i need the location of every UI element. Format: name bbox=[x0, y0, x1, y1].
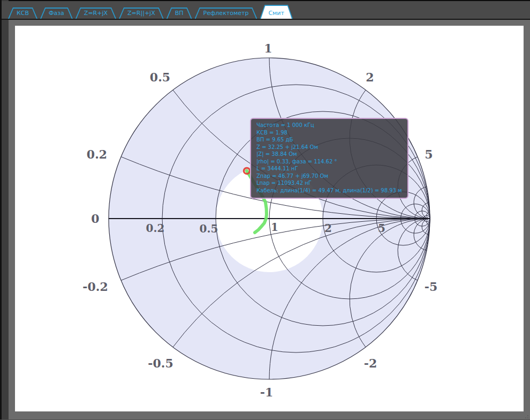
tab-label: Z=R+jX bbox=[75, 10, 116, 19]
tab-reflectometer[interactable]: Рефлектометр bbox=[195, 8, 258, 19]
chart-panel: 10.520.250-0.2-5-0.5-2-10.20.5125 Частот… bbox=[15, 26, 524, 411]
axis-label: 0.5 bbox=[200, 222, 218, 235]
tab-vp[interactable]: ВП bbox=[166, 8, 192, 19]
resize-grip[interactable] bbox=[523, 413, 528, 418]
tab-faza[interactable]: Фаза bbox=[40, 8, 73, 19]
tab-bar: КСВФазаZ=R+jXZ=R||+jXВПРефлектометрСмит bbox=[2, 1, 530, 20]
rim-label: 5 bbox=[425, 147, 433, 161]
rim-label: 2 bbox=[366, 70, 374, 84]
rim-label: 1 bbox=[264, 41, 272, 55]
axis-label: 0.2 bbox=[146, 222, 165, 235]
rim-label: 0.5 bbox=[150, 70, 170, 84]
tab-smith[interactable]: Смит bbox=[260, 5, 293, 19]
tab-z-series[interactable]: Z=R+jX bbox=[75, 8, 116, 19]
axis-label: 2 bbox=[324, 222, 332, 235]
tab-label: КСВ bbox=[8, 10, 37, 19]
rim-label: -1 bbox=[260, 385, 273, 399]
window-left-frame bbox=[2, 0, 9, 420]
rim-label: -5 bbox=[425, 280, 437, 294]
smith-chart[interactable]: 10.520.250-0.2-5-0.5-2-10.20.5125 bbox=[15, 26, 524, 411]
rim-label: -0.2 bbox=[82, 280, 108, 294]
rim-label: -2 bbox=[364, 356, 377, 370]
tab-z-parallel[interactable]: Z=R||+jX bbox=[119, 8, 164, 19]
window-left-edge bbox=[0, 0, 2, 420]
rim-label: 0.2 bbox=[87, 147, 107, 161]
axis-label: 1 bbox=[271, 221, 278, 234]
tab-ksv[interactable]: КСВ bbox=[8, 8, 37, 19]
tab-label: Смит bbox=[260, 10, 293, 19]
tab-label: ВП bbox=[166, 10, 192, 19]
tab-label: Рефлектометр bbox=[195, 10, 258, 19]
rim-label: -0.5 bbox=[148, 356, 173, 370]
tab-label: Z=R||+jX bbox=[119, 10, 164, 19]
rim-label: 0 bbox=[91, 212, 99, 226]
axis-label: 5 bbox=[378, 222, 385, 235]
tab-label: Фаза bbox=[40, 10, 73, 19]
